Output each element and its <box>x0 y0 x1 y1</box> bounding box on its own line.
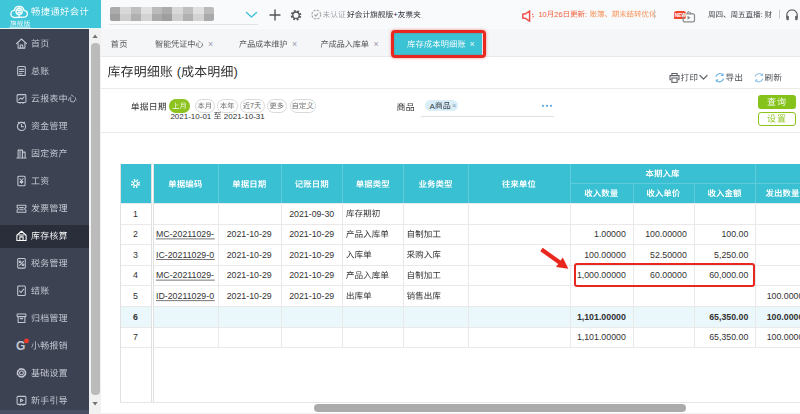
svg-text:G: G <box>16 339 25 353</box>
svg-text:2021-10-29: 2021-10-29 <box>289 229 334 239</box>
svg-text:6: 6 <box>133 312 138 322</box>
svg-text:100.00: 100.00 <box>721 229 748 239</box>
svg-text:60,000.00: 60,000.00 <box>709 270 748 280</box>
svg-text:100.00000: 100.00000 <box>767 332 800 342</box>
svg-text:1,101.00000: 1,101.00000 <box>577 312 626 322</box>
svg-text::: : <box>585 10 587 19</box>
svg-text::: : <box>761 10 763 19</box>
svg-text:1,000.00000: 1,000.00000 <box>577 270 626 280</box>
svg-text:×: × <box>208 39 213 49</box>
svg-text:2021-10-29: 2021-10-29 <box>289 250 334 260</box>
svg-text:10: 10 <box>539 10 547 19</box>
svg-text:26: 26 <box>554 10 562 19</box>
svg-text:A: A <box>430 102 436 111</box>
svg-text:3: 3 <box>133 250 138 260</box>
svg-text:NEW: NEW <box>675 12 687 18</box>
svg-text:2: 2 <box>133 229 138 239</box>
svg-text:义: 义 <box>306 101 313 110</box>
svg-text:(: ( <box>177 64 182 79</box>
svg-text:×: × <box>373 39 378 49</box>
svg-text:2021-10-29: 2021-10-29 <box>289 270 334 280</box>
svg-text:1,101.00000: 1,101.00000 <box>577 332 626 342</box>
svg-text:2021-10-31: 2021-10-31 <box>224 112 265 121</box>
svg-text:65,350.00: 65,350.00 <box>709 312 748 322</box>
svg-text:65,350.00: 65,350.00 <box>709 332 748 342</box>
svg-text:1: 1 <box>133 209 138 219</box>
svg-text:5,250.00: 5,250.00 <box>714 250 748 260</box>
svg-text:60.00000: 60.00000 <box>650 270 687 280</box>
svg-text:2021-09-30: 2021-09-30 <box>289 209 334 219</box>
svg-text:7天: 7天 <box>250 101 261 110</box>
svg-text:IC-20211029-0: IC-20211029-0 <box>156 250 214 260</box>
svg-text:7: 7 <box>133 332 138 342</box>
svg-text:2021-10-29: 2021-10-29 <box>227 229 272 239</box>
svg-text:×: × <box>292 39 297 49</box>
svg-text:MC-20211029-: MC-20211029- <box>156 229 214 239</box>
svg-text:100.00000: 100.00000 <box>767 312 800 322</box>
svg-text:ID-20211029-0: ID-20211029-0 <box>156 291 214 301</box>
svg-text:2021-10-29: 2021-10-29 <box>227 291 272 301</box>
svg-text:×: × <box>452 101 456 110</box>
svg-text:2021-10-01: 2021-10-01 <box>170 112 211 121</box>
svg-text:100.00000: 100.00000 <box>584 250 626 260</box>
svg-text:): ) <box>234 64 238 79</box>
svg-text:×: × <box>470 39 475 49</box>
svg-text:+: + <box>393 10 398 19</box>
svg-text:MC-20211029-: MC-20211029- <box>156 270 214 280</box>
svg-text:2021-10-29: 2021-10-29 <box>227 250 272 260</box>
svg-text:5: 5 <box>133 291 138 301</box>
svg-text:4: 4 <box>133 270 138 280</box>
svg-text:2021-10-29: 2021-10-29 <box>289 291 334 301</box>
svg-text:100.00000: 100.00000 <box>645 229 687 239</box>
svg-text:100.00000: 100.00000 <box>767 291 800 301</box>
svg-text:52.50000: 52.50000 <box>650 250 687 260</box>
svg-text:1.00000: 1.00000 <box>594 229 626 239</box>
svg-text:2021-10-29: 2021-10-29 <box>227 270 272 280</box>
